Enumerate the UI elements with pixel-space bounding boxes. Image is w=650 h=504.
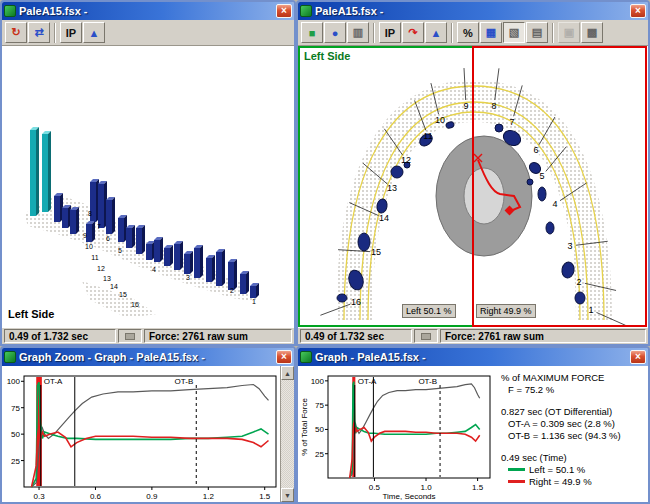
tooth-number-label: 15 — [119, 291, 127, 298]
swap-view-icon[interactable]: ⇄ — [28, 22, 50, 43]
tooth-number-label: 10 — [85, 243, 93, 250]
titlebar[interactable]: PaleA15.fsx - × — [2, 2, 294, 20]
vertical-scrollbar[interactable]: ▲ ▼ — [280, 366, 294, 502]
force-bar — [234, 259, 237, 290]
window-title: PaleA15.fsx - — [315, 5, 627, 17]
grid-icon[interactable]: ▩ — [581, 22, 603, 43]
close-button[interactable]: × — [630, 350, 646, 364]
ot-a-label: OT-A — [358, 377, 377, 386]
tooth-number-label: 14 — [110, 283, 118, 290]
force-bar — [250, 286, 256, 298]
force-bar — [200, 245, 203, 278]
x-tick-label: 1.5 — [259, 492, 271, 501]
x-tick-label: 1.2 — [203, 492, 215, 501]
titlebar[interactable]: PaleA15.fsx - × — [298, 2, 648, 20]
tooth-number-label: 15 — [371, 247, 381, 257]
force-statistics-panel: % of MAXIMUM FORCE F = 75.2 % 0.827 sec … — [493, 366, 648, 502]
graph-icon[interactable]: ▧ — [503, 22, 525, 43]
contact-blob — [527, 179, 533, 185]
tooth-number-label: 8 — [88, 210, 92, 217]
arch-stipple-band — [82, 281, 157, 318]
force-bar — [62, 208, 68, 228]
zoom-graph-canvas[interactable]: 0.30.60.91.21.5255075100OT-AOT-B — [2, 366, 280, 502]
tooth-number-label: 9 — [83, 232, 87, 239]
ot-b-label: OT-B — [418, 377, 437, 386]
scroll-up-button[interactable]: ▲ — [281, 366, 294, 380]
tooth-number-label: 12 — [97, 265, 105, 272]
graph-zoom-view[interactable]: 0.30.60.91.21.5255075100OT-AOT-B ▲ ▼ — [2, 366, 294, 502]
tooth-number-label: 1 — [588, 305, 593, 315]
y-tick-label: 50 — [315, 425, 324, 434]
force-bar — [36, 127, 39, 216]
y-tick-label: 100 — [311, 377, 325, 386]
arch-2d-view[interactable]: 12345678910111213141516 Left Side Left 5… — [298, 46, 648, 328]
force-3d-view[interactable]: 12345678910111213141516 Left Side — [2, 46, 294, 328]
view-2d-icon[interactable]: ■ — [301, 22, 323, 43]
tooth-number-label: 7 — [97, 223, 101, 230]
y-tick-label: 25 — [11, 457, 20, 466]
force-percent-value: F = 75.2 % — [501, 384, 644, 396]
force-bar — [212, 255, 215, 282]
close-button[interactable]: × — [276, 350, 292, 364]
force-bar — [240, 274, 246, 294]
trajectory-icon[interactable]: ↷ — [402, 22, 424, 43]
rotate-view-icon[interactable]: ↻ — [5, 22, 27, 43]
titlebar[interactable]: Graph - PaleA15.fsx - × — [298, 348, 648, 366]
force-bar — [160, 237, 163, 262]
table-icon[interactable]: ▦ — [480, 22, 502, 43]
force-bar — [164, 248, 170, 266]
y-tick-label: 75 — [315, 401, 324, 410]
force-bar — [194, 248, 200, 278]
max-force-header: % of MAXIMUM FORCE — [501, 372, 644, 384]
force-bar — [142, 225, 145, 254]
ip-button[interactable]: IP — [60, 22, 82, 43]
status-indicator — [414, 329, 438, 343]
close-button[interactable]: × — [630, 4, 646, 18]
ot-a-value: OT-A = 0.309 sec (2.8 %) — [501, 418, 644, 430]
contact-blob — [495, 124, 503, 132]
close-button[interactable]: × — [276, 4, 292, 18]
window-graph-zoom: Graph Zoom - Graph - PaleA15.fsx - × 0.3… — [0, 346, 296, 504]
ot-b-label: OT-B — [175, 377, 194, 386]
tooth-number-label: 10 — [435, 115, 445, 125]
scroll-down-button[interactable]: ▼ — [281, 488, 294, 502]
percent-button[interactable]: % — [457, 22, 479, 43]
window-graph: Graph - PaleA15.fsx - × 0.51.01.52550751… — [296, 346, 650, 504]
view-ellipse-icon[interactable]: ● — [324, 22, 346, 43]
toolbar-2d: ■●▥IP↷▲%▦▧▤▣▩ — [298, 20, 648, 46]
left-legend-swatch — [508, 468, 525, 471]
status-force: Force: 2761 raw sum — [440, 329, 646, 343]
tooth-number-label: 5 — [118, 247, 122, 254]
app-icon — [4, 351, 16, 363]
window-title: PaleA15.fsx - — [19, 5, 273, 17]
scroll-track[interactable] — [281, 380, 294, 488]
tooth-number-label: 4 — [152, 266, 156, 273]
play-triangle-icon[interactable]: ▲ — [425, 22, 447, 43]
titlebar[interactable]: Graph Zoom - Graph - PaleA15.fsx - × — [2, 348, 294, 366]
contact-blob — [337, 294, 347, 302]
force-bar — [174, 244, 180, 270]
main-graph-canvas[interactable]: 0.51.01.5255075100OT-AOT-BTime, Seconds%… — [298, 366, 493, 502]
timeline-icon[interactable]: ▤ — [526, 22, 548, 43]
tooth-number-label: 12 — [401, 155, 411, 165]
time-value: 0.49 sec (Time) — [501, 452, 644, 464]
copy-view-icon[interactable]: ▥ — [347, 22, 369, 43]
contact-blob — [546, 222, 554, 234]
toolbar-separator — [552, 23, 554, 43]
force-3d-canvas[interactable]: 12345678910111213141516 — [2, 46, 294, 328]
force-bar — [222, 249, 225, 286]
ip-button[interactable]: IP — [379, 22, 401, 43]
force-bar — [132, 225, 135, 248]
graph-view[interactable]: 0.51.01.5255075100OT-AOT-BTime, Seconds%… — [298, 366, 648, 502]
tooth-number-label: 1 — [252, 298, 256, 305]
play-triangle-icon[interactable]: ▲ — [83, 22, 105, 43]
force-bar — [154, 240, 160, 262]
save-icon[interactable]: ▣ — [558, 22, 580, 43]
arch-2d-canvas[interactable]: 12345678910111213141516 — [298, 46, 648, 328]
y-tick-label: 75 — [11, 404, 20, 413]
plot-area — [24, 376, 276, 487]
tooth-number-label: 2 — [576, 277, 581, 287]
y-tick-label: 100 — [7, 377, 21, 386]
ot-b-value: OT-B = 1.136 sec (94.3 %) — [501, 430, 644, 442]
toolbar-separator — [54, 23, 56, 43]
